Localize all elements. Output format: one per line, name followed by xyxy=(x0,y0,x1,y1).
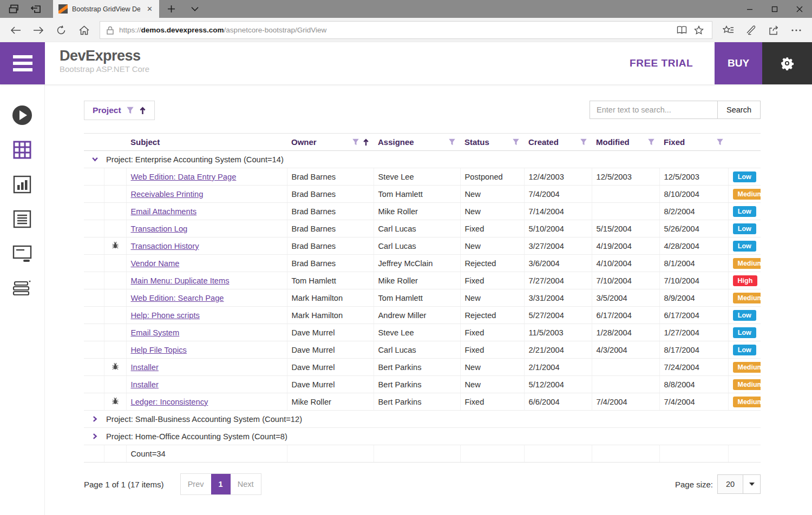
share-icon[interactable] xyxy=(763,20,784,41)
column-header-modified[interactable]: Modified xyxy=(592,134,659,151)
table-row[interactable]: Transaction HistoryBrad BarnesCarl Lucas… xyxy=(84,237,761,255)
set-tabs-aside-icon[interactable] xyxy=(25,0,47,18)
column-header-status[interactable]: Status xyxy=(460,134,524,151)
filter-funnel-icon[interactable] xyxy=(512,138,520,146)
sidebar-item-data[interactable] xyxy=(11,277,34,300)
table-row[interactable]: Ledger: InconsistencyMike RollerBert Par… xyxy=(84,393,761,411)
search-button[interactable]: Search xyxy=(717,101,761,119)
table-row[interactable]: Web Edition: Search PageMark HamiltonTom… xyxy=(84,289,761,307)
column-header-owner[interactable]: Owner xyxy=(287,134,374,151)
table-row[interactable]: Email AttachmentsBrad BarnesMike RollerN… xyxy=(84,203,761,220)
pager-prev-button[interactable]: Prev xyxy=(181,474,211,494)
sort-ascending-icon[interactable] xyxy=(363,138,369,146)
group-row[interactable]: Project: Enterprise Accounting System (C… xyxy=(84,151,761,168)
subject-link[interactable]: Installer xyxy=(131,363,159,372)
table-row[interactable]: InstallerDave MurrelBert ParkinsNew5/12/… xyxy=(84,376,761,393)
priority-cell: Medium xyxy=(728,255,761,272)
sidebar-item-gridview-active[interactable] xyxy=(11,138,34,161)
filter-funnel-icon[interactable] xyxy=(647,138,655,146)
subject-cell: Receivables Printing xyxy=(126,186,287,203)
settings-gear-button[interactable] xyxy=(762,42,812,84)
devexpress-favicon xyxy=(58,4,68,14)
refresh-icon[interactable] xyxy=(51,20,71,41)
subject-link[interactable]: Web Edition: Data Entry Page xyxy=(131,173,237,181)
header-priority-column xyxy=(728,134,761,151)
add-favorite-star-icon[interactable] xyxy=(690,25,708,35)
subject-link[interactable]: Ledger: Inconsistency xyxy=(131,398,208,406)
hamburger-menu-button[interactable] xyxy=(0,42,45,84)
new-tab-button[interactable] xyxy=(159,0,183,18)
home-icon[interactable] xyxy=(74,20,94,41)
pager-next-button[interactable]: Next xyxy=(231,474,261,494)
pager-page-1-button[interactable]: 1 xyxy=(211,474,231,494)
subject-link[interactable]: Transaction History xyxy=(131,242,199,250)
table-row[interactable]: Receivables PrintingBrad BarnesTom Hamle… xyxy=(84,186,761,203)
table-row[interactable]: Web Edition: Data Entry PageBrad BarnesS… xyxy=(84,168,761,186)
table-row[interactable]: Email SystemDave MurrelSteve LeeFixed11/… xyxy=(84,324,761,341)
search-input[interactable] xyxy=(590,101,717,119)
sidebar-item-forms[interactable] xyxy=(11,242,34,265)
reading-view-icon[interactable] xyxy=(673,26,690,34)
subject-link[interactable]: Email Attachments xyxy=(131,207,197,216)
column-header-assignee[interactable]: Assignee xyxy=(374,134,460,151)
filter-funnel-icon[interactable] xyxy=(448,138,456,146)
status-cell: Rejected xyxy=(460,307,524,324)
table-row[interactable]: Help File TopicsDave MurrelCarl LucasFix… xyxy=(84,341,761,359)
forward-icon[interactable] xyxy=(28,20,49,41)
subject-link[interactable]: Receivables Printing xyxy=(131,190,204,199)
table-row[interactable]: Help: Phone scriptsMark HamiltonAndrew M… xyxy=(84,307,761,324)
column-header-subject[interactable]: Subject xyxy=(126,134,287,151)
filter-funnel-icon[interactable] xyxy=(352,138,359,146)
sidebar-item-editors[interactable] xyxy=(11,208,34,230)
window-close-button[interactable] xyxy=(787,0,812,18)
expand-group-icon[interactable] xyxy=(91,433,99,440)
group-panel-project-chip[interactable]: Project xyxy=(84,101,155,120)
tab-list-dropdown-icon[interactable] xyxy=(183,0,207,18)
window-maximize-button[interactable] xyxy=(762,0,787,18)
filter-funnel-icon[interactable] xyxy=(716,138,724,146)
priority-cell: Low xyxy=(728,341,761,359)
more-options-icon[interactable] xyxy=(786,20,807,41)
filter-funnel-icon[interactable] xyxy=(126,107,134,114)
subject-link[interactable]: Installer xyxy=(131,380,159,389)
sort-ascending-icon[interactable] xyxy=(139,107,146,115)
subject-link[interactable]: Help: Phone scripts xyxy=(131,311,200,320)
page-size-dropdown-button[interactable] xyxy=(743,475,760,493)
subject-link[interactable]: Web Edition: Search Page xyxy=(131,294,224,302)
address-bar[interactable]: https://demos.devexpress.com/aspnetcore-… xyxy=(100,21,712,39)
table-row[interactable]: Vendor NameBrad BarnesJeffrey McClainRej… xyxy=(84,255,761,272)
sidebar-item-charts[interactable] xyxy=(11,173,34,196)
table-row[interactable]: InstallerDave MurrelBert ParkinsNew2/1/2… xyxy=(84,359,761,376)
table-row[interactable]: Main Menu: Duplicate ItemsTom HamlettMik… xyxy=(84,272,761,289)
subject-link[interactable]: Vendor Name xyxy=(131,259,180,268)
group-row[interactable]: Project: Home-Office Accounting System (… xyxy=(84,428,761,445)
page-size-value[interactable]: 20 xyxy=(718,475,743,493)
column-header-fixed[interactable]: Fixed xyxy=(659,134,728,151)
filter-funnel-icon[interactable] xyxy=(580,138,587,146)
tab-close-icon[interactable]: ✕ xyxy=(145,4,155,14)
group-row[interactable]: Project: Small-Business Accounting Syste… xyxy=(84,411,761,428)
expand-group-icon[interactable] xyxy=(91,415,99,422)
tab-preview-icon[interactable] xyxy=(3,0,25,18)
table-row[interactable]: Transaction LogBrad BarnesCarl LucasFixe… xyxy=(84,220,761,237)
created-cell: 2/21/2004 xyxy=(524,341,592,359)
owner-cell: Dave Murrel xyxy=(287,324,374,341)
buy-button[interactable]: BUY xyxy=(715,42,762,84)
back-icon[interactable] xyxy=(5,20,26,41)
subject-link[interactable]: Main Menu: Duplicate Items xyxy=(131,276,230,285)
collapse-group-icon[interactable] xyxy=(91,156,99,163)
annotate-pen-icon[interactable] xyxy=(741,20,761,41)
free-trial-link[interactable]: FREE TRIAL xyxy=(608,42,715,84)
subject-link[interactable]: Help File Topics xyxy=(131,346,187,354)
header-icon-column xyxy=(104,134,126,151)
bug-icon xyxy=(112,397,119,405)
subject-link[interactable]: Transaction Log xyxy=(131,225,188,233)
status-cell: Fixed xyxy=(460,272,524,289)
fixed-cell: 5/26/2004 xyxy=(659,220,728,237)
favorites-hub-icon[interactable] xyxy=(718,20,738,41)
browser-tab[interactable]: Bootstrap GridView Der ✕ xyxy=(53,0,159,18)
subject-link[interactable]: Email System xyxy=(131,328,180,337)
sidebar-item-getting-started[interactable] xyxy=(11,104,34,127)
column-header-created[interactable]: Created xyxy=(524,134,592,151)
window-minimize-button[interactable] xyxy=(737,0,762,18)
